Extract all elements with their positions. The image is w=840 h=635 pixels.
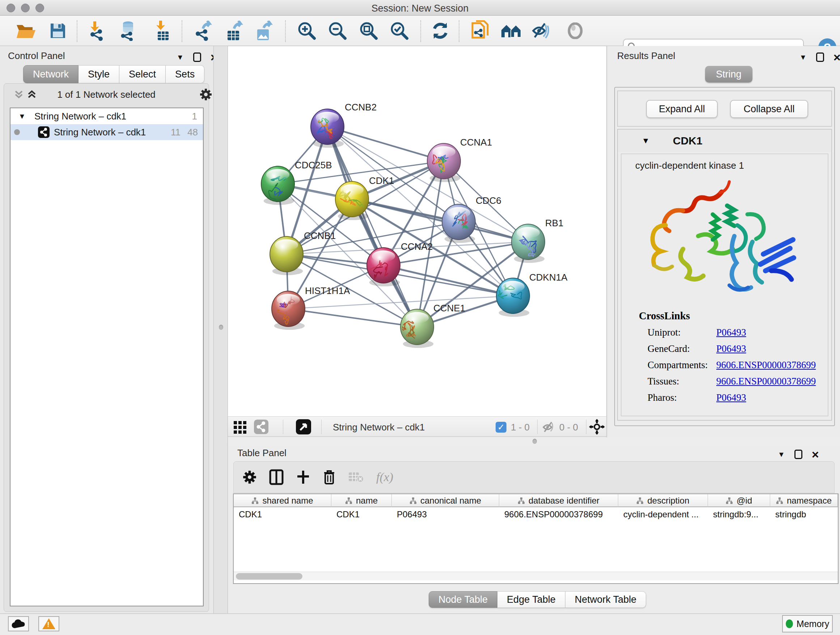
network-node-CDK1[interactable]: CDK1: [335, 175, 394, 220]
open-session-button[interactable]: [13, 18, 39, 44]
memory-button[interactable]: Memory: [782, 615, 833, 632]
fit-selection-crosshair-icon[interactable]: [589, 419, 605, 435]
panel-float-icon[interactable]: [794, 450, 802, 459]
panel-float-icon[interactable]: [816, 52, 824, 62]
table-panel: Table Panel ▼ ×: [228, 445, 840, 613]
zoom-selected-button[interactable]: [386, 18, 412, 44]
table-cell[interactable]: CDK1: [234, 508, 332, 521]
splitter-grip[interactable]: [219, 325, 223, 330]
network-node-CCNB2[interactable]: CCNB2: [311, 102, 377, 148]
tab-select[interactable]: Select: [119, 65, 166, 83]
grid-view-icon[interactable]: [233, 420, 248, 434]
panel-menu-icon[interactable]: ▼: [177, 53, 184, 62]
hidden-eye-icon[interactable]: [542, 421, 556, 433]
crosslink-link[interactable]: P06493: [716, 343, 746, 355]
zoom-in-button[interactable]: [294, 18, 320, 44]
export-table-button[interactable]: [221, 18, 247, 44]
gear-icon[interactable]: [199, 88, 212, 101]
import-network-file-button[interactable]: [84, 18, 110, 44]
export-network-button[interactable]: [190, 18, 216, 44]
crosslink-link[interactable]: 9606.ENSP00000378699: [716, 359, 816, 371]
cloud-status-button[interactable]: [8, 616, 29, 631]
network-node-CCNE1[interactable]: CCNE1: [401, 302, 465, 348]
birdseye-popout-icon[interactable]: [296, 419, 311, 434]
table-settings-gear-icon[interactable]: [242, 470, 257, 485]
selected-checkbox[interactable]: ✓: [496, 422, 507, 432]
column-header-shared-name[interactable]: shared name: [234, 494, 332, 507]
table-cell[interactable]: CDK1: [332, 508, 392, 521]
table-cell[interactable]: cyclin-dependent ...: [618, 508, 708, 521]
network-node-RB1[interactable]: RB1: [512, 218, 564, 263]
home-button[interactable]: [498, 18, 524, 44]
import-table-file-button[interactable]: [150, 18, 176, 44]
network-node-CDKN1A[interactable]: CDKN1A: [495, 272, 568, 317]
tab-string[interactable]: String: [705, 66, 752, 82]
panel-float-icon[interactable]: [193, 52, 201, 62]
zoom-out-button[interactable]: [325, 18, 351, 44]
export-image-button[interactable]: [251, 18, 277, 44]
protein-card-header[interactable]: ▼ CDK1: [618, 130, 831, 152]
collapse-all-button[interactable]: Collapse All: [730, 100, 808, 118]
table-cell[interactable]: 9606.ENSP00000378699: [499, 508, 618, 521]
network-node-CDC6[interactable]: CDC6: [442, 195, 501, 243]
panel-close-icon[interactable]: ×: [812, 451, 819, 458]
tab-network-table[interactable]: Network Table: [565, 591, 646, 608]
save-session-button[interactable]: [45, 18, 71, 44]
warning-icon: [42, 618, 55, 629]
expand-all-button[interactable]: Expand All: [646, 100, 718, 118]
table-row[interactable]: CDK1CDK1P064939606.ENSP00000378699cyclin…: [234, 508, 838, 521]
table-cell[interactable]: stringdb: [770, 508, 838, 521]
tab-edge-table[interactable]: Edge Table: [497, 591, 565, 608]
control-panel-tabs: Network Style Select Sets: [23, 65, 204, 83]
network-canvas[interactable]: CCNB2CCNA1CDC25BCDK1CDC6RB1CCNB1CCNA2CDK…: [228, 46, 606, 416]
collection-expand-icon[interactable]: ▼: [19, 112, 26, 120]
splitter-horizontal[interactable]: [228, 437, 840, 445]
collapse-section-icon[interactable]: ▼: [642, 136, 650, 146]
tab-sets[interactable]: Sets: [166, 65, 204, 83]
network-edge-HIST1H1A-CCNE1[interactable]: [288, 309, 417, 327]
column-header-canonical-name[interactable]: canonical name: [392, 494, 499, 507]
network-node-CCNB1[interactable]: CCNB1: [270, 230, 336, 275]
toolbar-separator: [283, 420, 283, 434]
add-column-icon[interactable]: [296, 470, 310, 485]
node-label: CCNE1: [433, 302, 465, 314]
scrollbar-thumb[interactable]: [236, 573, 302, 580]
crosslink-link[interactable]: P06493: [716, 392, 746, 403]
delete-column-trash-icon[interactable]: [323, 469, 336, 485]
network-status-dot: [14, 129, 20, 135]
column-header-name[interactable]: name: [332, 494, 392, 507]
tab-network[interactable]: Network: [23, 65, 79, 83]
panel-menu-icon[interactable]: ▼: [778, 450, 785, 459]
splitter-left[interactable]: [213, 46, 228, 613]
network-edge-CDK1-RB1[interactable]: [352, 199, 528, 242]
duplicate-network-button[interactable]: [467, 18, 493, 44]
warnings-button[interactable]: [38, 616, 59, 631]
network-node-CCNA1[interactable]: CCNA1: [427, 137, 492, 182]
table-horizontal-scrollbar[interactable]: [234, 572, 838, 580]
panel-menu-icon[interactable]: ▼: [799, 53, 807, 62]
crosslink-link[interactable]: 9606.ENSP00000378699: [716, 376, 816, 387]
column-header--id[interactable]: @id: [708, 494, 770, 507]
network-edge-CCNB2-CCNA1[interactable]: [327, 127, 444, 161]
column-header-description[interactable]: description: [618, 494, 708, 507]
network-row[interactable]: String Network – cdk1 11 48: [11, 124, 203, 140]
show-all-button[interactable]: [562, 18, 588, 44]
share-view-icon[interactable]: [254, 420, 268, 434]
splitter-grip[interactable]: [532, 439, 537, 444]
network-collection-row[interactable]: ▼ String Network – cdk1 1: [11, 108, 203, 124]
show-columns-icon[interactable]: [269, 469, 284, 485]
import-network-database-button[interactable]: [115, 18, 141, 44]
column-header-namespace[interactable]: namespace: [770, 494, 838, 507]
table-cell[interactable]: stringdb:9...: [708, 508, 770, 521]
tab-style[interactable]: Style: [79, 65, 119, 83]
refresh-button[interactable]: [427, 18, 453, 44]
zoom-fit-button[interactable]: [355, 18, 382, 44]
tab-node-table[interactable]: Node Table: [429, 591, 497, 608]
hide-selected-button[interactable]: [528, 18, 554, 44]
database-import-icon: [118, 21, 138, 41]
column-header-database-identifier[interactable]: database identifier: [499, 494, 618, 507]
table-cell[interactable]: P06493: [392, 508, 499, 521]
panel-close-icon[interactable]: ×: [834, 54, 840, 61]
network-edge-CCNB2-CCNE1[interactable]: [327, 127, 417, 327]
crosslink-link[interactable]: P06493: [716, 327, 746, 338]
